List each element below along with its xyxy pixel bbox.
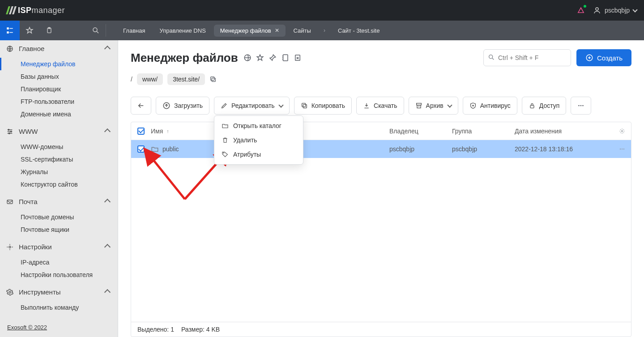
sidebar-group-settings[interactable]: Настройки [0,239,118,255]
copy-path-icon[interactable] [209,76,217,83]
table-header: Имя ↑ Владелец Группа Дата изменения [131,122,631,140]
svg-rect-12 [7,200,13,204]
svg-rect-2 [9,28,13,29]
edit-button[interactable]: Редактировать [214,97,290,115]
sidebar-item-mailboxes[interactable]: Почтовые ящики [0,223,118,236]
shield-plus-icon [469,102,477,109]
favorite-star-toolbar[interactable] [20,21,39,40]
svg-point-14 [9,291,11,293]
tune-icon [6,243,15,251]
crumb-site-current[interactable]: Сайт - 3test.site [332,25,386,37]
logo-text: ISPmanager [18,6,65,15]
sidebar-item-logs[interactable]: Журналы [0,166,118,178]
user-icon [593,6,601,14]
sidebar-item-www-domains[interactable]: WWW-домены [0,141,118,153]
search-input-wrap [483,49,571,66]
dots-icon [577,102,585,110]
svg-point-10 [10,131,12,132]
search-input[interactable] [483,49,571,66]
access-button[interactable]: Доступ [522,97,567,115]
notebook-icon[interactable] [281,54,289,62]
lock-icon [529,102,536,109]
sidebar-item-ftp[interactable]: FTP-пользователи [0,95,118,108]
sidebar-group-tools[interactable]: Инструменты [0,284,118,300]
sidebar-item-runcmd[interactable]: Выполнить команду [0,301,118,314]
create-button[interactable]: Создать [576,49,631,66]
crumb-filemgr[interactable]: Менеджер файлов ✕ [214,25,286,37]
remove-page-icon[interactable] [294,54,302,62]
copy-icon [301,102,308,109]
sidebar-item-ip[interactable]: IP-адреса [0,256,118,269]
svg-point-13 [9,246,11,248]
row-date: 2022-12-18 13:18:16 [515,145,613,153]
search-toolbar[interactable] [86,26,106,34]
clipboard-toolbar[interactable] [39,21,59,40]
star-icon[interactable] [256,54,264,62]
sidebar-item-mail-domains[interactable]: Почтовые домены [0,211,118,223]
sidebar-item-builder[interactable]: Конструктор сайтов [0,178,118,191]
chevron-up-icon [104,128,111,134]
crumb-dns[interactable]: Управление DNS [153,25,212,37]
more-button[interactable] [571,97,591,115]
svg-point-32 [621,130,623,132]
col-group[interactable]: Группа [452,128,515,135]
sidebar-group-www[interactable]: WWW [0,123,118,140]
user-menu[interactable]: pscbqbjp [593,6,637,14]
col-owner[interactable]: Владелец [389,128,452,135]
notification-icon[interactable] [577,6,585,14]
pencil-icon [221,102,228,109]
archive-button[interactable]: Архив [409,97,458,115]
chevron-up-icon [104,45,111,51]
dd-delete[interactable]: Удалить [214,133,303,147]
breadcrumb-part-site[interactable]: 3test.site/ [167,73,205,85]
sidebar-item-scheduler[interactable]: Планировщик [0,83,118,95]
svg-point-9 [8,129,9,130]
svg-rect-28 [530,105,534,108]
back-button[interactable] [131,97,151,115]
svg-point-23 [223,153,224,153]
select-all-checkbox[interactable] [137,128,145,135]
edit-dropdown: Открыть каталог Удалить Атрибуты [214,115,303,165]
sidebar-item-db[interactable]: Базы данных [0,70,118,83]
dd-open-folder[interactable]: Открыть каталог [214,119,303,133]
chevron-up-icon [104,243,111,250]
svg-rect-24 [303,104,307,108]
table-row[interactable]: public pscbqbjp pscbqbjp 2022-12-18 13:1… [131,140,631,158]
sliders-icon [6,128,15,135]
svg-point-18 [489,55,493,59]
globe-icon[interactable] [243,54,252,62]
col-date[interactable]: Дата изменения [515,128,613,135]
row-menu-icon[interactable] [613,145,631,153]
breadcrumb-part-www[interactable]: www/ [137,73,163,85]
sidebar-group-main[interactable]: Главное [0,40,118,57]
upload-button[interactable]: Загрузить [156,97,209,115]
folder-open-icon [222,122,229,129]
upload-icon [162,102,171,110]
tag-icon [222,151,229,158]
status-selected: Выделено: 1 [137,326,174,333]
logo[interactable]: ISPmanager [7,6,65,15]
svg-rect-20 [212,78,215,81]
svg-point-0 [596,8,598,10]
sidebar-group-mail[interactable]: Почта [0,193,118,210]
svg-rect-3 [7,31,9,34]
svg-rect-21 [211,77,214,81]
tree-panel-toggle[interactable] [0,21,20,40]
copy-button[interactable]: Копировать [294,97,352,115]
mail-icon [6,198,15,205]
sidebar-item-domains[interactable]: Доменные имена [0,108,118,120]
sidebar-item-ssl[interactable]: SSL-сертификаты [0,153,118,166]
dd-attributes[interactable]: Атрибуты [214,147,303,162]
download-button[interactable]: Скачать [356,97,404,115]
col-settings-icon[interactable] [613,128,631,134]
crumb-home[interactable]: Главная [117,25,151,37]
sidebar-item-filemgr[interactable]: Менеджер файлов [0,58,118,70]
breadcrumb-root[interactable]: / [131,76,132,83]
row-checkbox[interactable] [137,145,145,153]
antivirus-button[interactable]: Антивирус [463,97,517,115]
crumb-sites[interactable]: Сайты [287,25,317,37]
footer-link[interactable]: Exosoft © 2022 [0,318,118,337]
sidebar-item-usersettings[interactable]: Настройки пользователя [0,269,118,281]
close-icon[interactable]: ✕ [275,27,279,34]
pin-icon[interactable] [269,54,277,62]
